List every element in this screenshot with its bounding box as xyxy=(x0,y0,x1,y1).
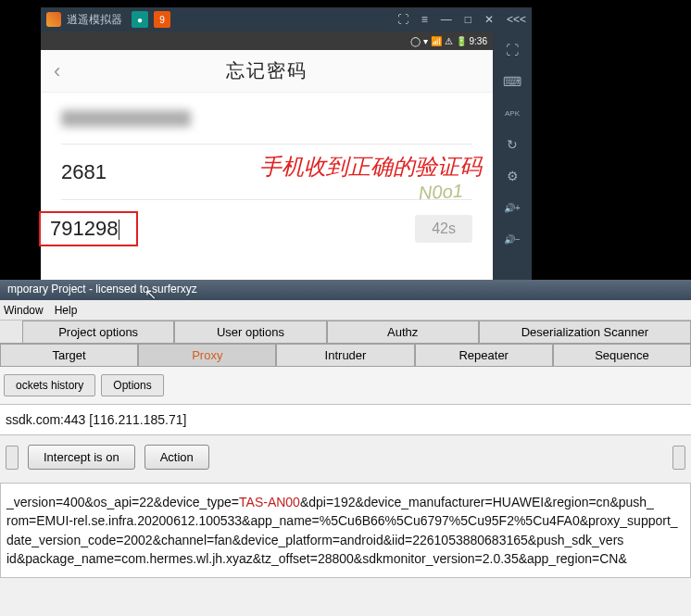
subtab-options[interactable]: Options xyxy=(101,374,163,396)
emulator-window: 逍遥模拟器 ● 9 ⛶ ≡ — □ ✕ <<< ◯ ▾ 📶 ⚠ 🔋 9:36 ‹… xyxy=(41,7,532,280)
req-line-1: _version=400&os_api=22&device_type=TAS-A… xyxy=(6,493,685,511)
volume-up-icon[interactable]: 🔊+ xyxy=(503,198,521,217)
intercept-button-row: Intercept is on Action xyxy=(0,435,691,479)
burp-window: mporary Project - licensed to surferxyz … xyxy=(0,280,691,616)
burp-menubar: Window Help xyxy=(0,300,691,321)
badge-orange-icon[interactable]: 9 xyxy=(154,11,170,28)
sms-code-row: 791298 42s xyxy=(61,200,472,246)
tab-proxy[interactable]: Proxy xyxy=(138,344,276,366)
top-tab-row: Project options User options Authz Deser… xyxy=(0,321,691,344)
action-button[interactable]: Action xyxy=(144,445,209,470)
focus-button[interactable]: ⛶ xyxy=(397,13,408,26)
req-line-2: rom=EMUI-rel.se.infra.20200612.100533&ap… xyxy=(6,511,685,530)
close-button[interactable]: ✕ xyxy=(484,13,494,26)
android-status-bar: ◯ ▾ 📶 ⚠ 🔋 9:36 xyxy=(41,31,493,50)
main-tab-row: Target Proxy Intruder Repeater Sequence xyxy=(0,344,691,367)
menu-window[interactable]: Window xyxy=(4,304,44,317)
page-title: 忘记密码 xyxy=(226,58,308,83)
captcha-input-value[interactable]: 2681 xyxy=(61,160,107,184)
tab-repeater[interactable]: Repeater xyxy=(415,344,553,366)
emulator-logo-icon xyxy=(46,12,61,27)
tab-sequencer[interactable]: Sequence xyxy=(553,344,691,366)
status-icons: ◯ ▾ 📶 ⚠ 🔋 xyxy=(410,36,466,46)
phone-screen: ◯ ▾ 📶 ⚠ 🔋 9:36 ‹ 忘记密码 2681 手机收到正确的验证码 N0… xyxy=(41,31,493,280)
menu-button[interactable]: ≡ xyxy=(421,13,428,26)
maximize-button[interactable]: □ xyxy=(465,13,471,26)
next-button[interactable] xyxy=(672,446,685,470)
tab-deserialization-scanner[interactable]: Deserialization Scanner xyxy=(479,321,691,343)
emulator-sidebar: ⛶ ⌨ APK ↻ ⚙ 🔊+ 🔊− xyxy=(493,31,532,280)
back-icon[interactable]: ‹ xyxy=(54,59,60,83)
proxy-subtabs: ockets history Options xyxy=(0,367,691,404)
sms-code-input[interactable]: 791298 xyxy=(39,211,138,246)
tab-authz[interactable]: Authz xyxy=(327,321,479,343)
keyboard-icon[interactable]: ⌨ xyxy=(503,72,521,91)
intercept-toggle-button[interactable]: Intercept is on xyxy=(28,445,135,470)
emulator-titlebar[interactable]: 逍遥模拟器 ● 9 ⛶ ≡ — □ ✕ <<< xyxy=(41,7,532,31)
phone-number-field[interactable] xyxy=(61,93,472,145)
request-host-line: ssdk.com:443 [116.211.185.71] xyxy=(0,404,691,435)
tab-user-options[interactable]: User options xyxy=(174,321,326,343)
burp-titlebar[interactable]: mporary Project - licensed to surferxyz xyxy=(0,280,691,300)
req-line-4: id&package_name=com.hermes.wl.jh.xyaz&tz… xyxy=(6,549,685,568)
resend-countdown: 42s xyxy=(415,215,472,243)
rotate-icon[interactable]: ↻ xyxy=(503,135,521,154)
app-header: ‹ 忘记密码 xyxy=(41,50,493,93)
volume-down-icon[interactable]: 🔊− xyxy=(503,230,521,248)
blurred-phone-icon xyxy=(61,110,191,127)
tab-target[interactable]: Target xyxy=(0,344,138,366)
request-body[interactable]: _version=400&os_api=22&device_type=TAS-A… xyxy=(0,483,691,578)
minimize-button[interactable]: — xyxy=(441,13,452,26)
emulator-window-buttons: ⛶ ≡ — □ ✕ <<< xyxy=(397,13,526,26)
tab-intruder[interactable]: Intruder xyxy=(276,344,414,366)
fullscreen-icon[interactable]: ⛶ xyxy=(503,41,521,59)
tab-project-options[interactable]: Project options xyxy=(22,321,174,343)
status-time: 9:36 xyxy=(470,36,487,46)
settings-icon[interactable]: ⚙ xyxy=(503,167,521,185)
emulator-badges: ● 9 xyxy=(132,11,170,28)
menu-help[interactable]: Help xyxy=(55,304,78,317)
emulator-title: 逍遥模拟器 xyxy=(67,12,122,28)
badge-teal-icon[interactable]: ● xyxy=(132,11,148,28)
req-line-3: date_version_code=2002&channel=fan&devic… xyxy=(6,531,685,549)
subtab-websockets-history[interactable]: ockets history xyxy=(4,374,95,396)
prev-button[interactable] xyxy=(6,446,19,470)
apk-icon[interactable]: APK xyxy=(503,104,521,122)
annotation-text: 手机收到正确的验证码 xyxy=(259,152,482,182)
more-button[interactable]: <<< xyxy=(507,13,526,26)
captcha-row: 2681 手机收到正确的验证码 N0o1 xyxy=(61,145,472,200)
